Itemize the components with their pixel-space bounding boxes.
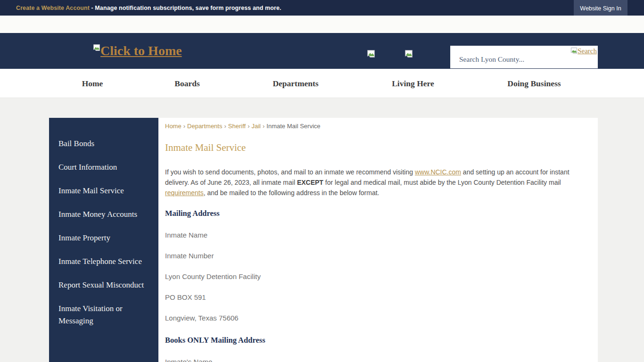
mailing-line: PO BOX 591	[165, 293, 584, 301]
broken-image-icon	[570, 47, 578, 56]
sidebar-item-court-information[interactable]: Court Information	[49, 156, 158, 179]
body-text: , and be mailed to the following address…	[204, 189, 380, 197]
search-box: Search	[450, 46, 598, 68]
sidebar-item-inmate-telephone-service[interactable]: Inmate Telephone Service	[49, 250, 158, 273]
broken-image-icon[interactable]	[367, 49, 375, 60]
nav-item-home[interactable]: Home	[82, 69, 103, 98]
home-logo-link[interactable]: Click to Home	[93, 44, 182, 58]
logo-alt-text: Click to Home	[100, 44, 182, 58]
nav-item-living-here[interactable]: Living Here	[392, 69, 434, 98]
mailing-line: Longview, Texas 75606	[165, 314, 584, 322]
breadcrumb-separator: ›	[182, 123, 187, 130]
site-header: Click to Home Se	[0, 33, 644, 69]
inline-link[interactable]: requirements	[165, 189, 204, 197]
create-account-link[interactable]: Create a Website Account	[16, 5, 90, 11]
section-sidebar: Bail Bonds Court Information Inmate Mail…	[49, 118, 158, 362]
nav-item-boards[interactable]: Boards	[174, 69, 199, 98]
breadcrumb-jail[interactable]: Jail	[251, 123, 261, 130]
topbar-tagline-text: - Manage notification subscriptions, sav…	[91, 5, 281, 11]
search-submit-link[interactable]: Search	[570, 47, 597, 56]
top-utility-bar: Create a Website Account - Manage notifi…	[0, 0, 644, 16]
topbar-text: Create a Website Account - Manage notifi…	[16, 5, 281, 11]
nav-item-doing-business[interactable]: Doing Business	[507, 69, 561, 98]
bold-text: EXCEPT	[297, 179, 323, 186]
breadcrumb-separator: ›	[246, 123, 251, 130]
breadcrumb-sheriff[interactable]: Sheriff	[228, 123, 246, 130]
books-line: Inmate's Name	[165, 358, 584, 362]
content-card: Bail Bonds Court Information Inmate Mail…	[49, 118, 598, 362]
intro-paragraph: If you wish to send documents, photos, a…	[165, 167, 584, 198]
sidebar-item-inmate-money-accounts[interactable]: Inmate Money Accounts	[49, 203, 158, 226]
mailing-line: Inmate Name	[165, 231, 584, 239]
search-alt-text: Search	[578, 47, 597, 55]
sidebar-item-inmate-property[interactable]: Inmate Property	[49, 226, 158, 250]
primary-nav: Home Boards Departments Living Here Doin…	[0, 69, 644, 98]
books-only-heading: Books ONLY Mailing Address	[165, 336, 584, 345]
sidebar-item-bail-bonds[interactable]: Bail Bonds	[49, 132, 158, 156]
sidebar-item-inmate-mail-service[interactable]: Inmate Mail Service	[49, 179, 158, 203]
sidebar-item-report-sexual-misconduct[interactable]: Report Sexual Misconduct	[49, 273, 158, 297]
mailing-address-heading: Mailing Address	[165, 209, 584, 218]
mailing-line: Lyon County Detention Facility	[165, 272, 584, 280]
body-text: for legal and medical mail, must abide b…	[323, 179, 561, 186]
page: Create a Website Account - Manage notifi…	[0, 0, 644, 362]
breadcrumb: Home›Departments›Sheriff›Jail›Inmate Mai…	[165, 123, 584, 130]
inline-link[interactable]: www.NCIC.com	[415, 168, 461, 176]
body-text: If you wish to send documents, photos, a…	[165, 168, 415, 176]
sidebar-item-inmate-visitation[interactable]: Inmate Visitation or Messaging	[49, 297, 158, 333]
nav-item-departments[interactable]: Departments	[272, 69, 318, 98]
page-title: Inmate Mail Service	[165, 142, 584, 154]
header-gap-strip	[0, 16, 644, 33]
breadcrumb-home[interactable]: Home	[165, 123, 182, 130]
mailing-line: Inmate Number	[165, 252, 584, 260]
broken-image-icon[interactable]	[405, 49, 413, 60]
main-content: Home›Departments›Sheriff›Jail›Inmate Mai…	[158, 118, 598, 362]
breadcrumb-separator: ›	[261, 123, 266, 130]
breadcrumb-separator: ›	[222, 123, 228, 130]
broken-image-icon	[93, 44, 100, 53]
breadcrumb-current: Inmate Mail Service	[266, 123, 320, 130]
breadcrumb-departments[interactable]: Departments	[187, 123, 222, 130]
website-sign-in-button[interactable]: Website Sign In	[574, 0, 627, 17]
